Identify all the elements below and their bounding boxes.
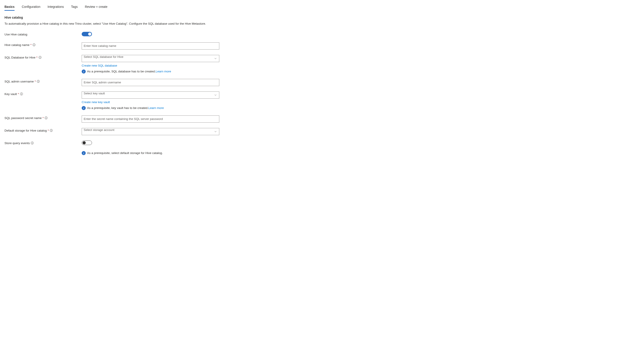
svg-rect-2 xyxy=(34,45,34,46)
svg-rect-17 xyxy=(51,130,52,131)
toggle-store-query-events[interactable] xyxy=(82,140,92,145)
required-asterisk: * xyxy=(36,56,37,59)
info-icon[interactable] xyxy=(32,43,36,46)
info-icon[interactable] xyxy=(38,56,42,59)
label-store-query-events: Store query events xyxy=(4,140,82,145)
required-asterisk: * xyxy=(42,116,44,120)
label-text: SQL admin username xyxy=(4,80,34,83)
row-use-hive-catalog: Use Hive catalog xyxy=(4,32,640,37)
svg-point-10 xyxy=(21,93,22,94)
select-default-storage[interactable]: Select storage account xyxy=(82,128,219,135)
row-default-storage: Default storage for Hive catalog * Selec… xyxy=(4,128,640,135)
row-hive-catalog-name: Hive catalog name * xyxy=(4,42,640,50)
label-sql-admin-username: SQL admin username * xyxy=(4,79,82,83)
label-key-vault: Key vault * xyxy=(4,91,82,96)
link-create-sql-database[interactable]: Create new SQL database xyxy=(82,64,117,67)
info-text: As a prerequisite, SQL database has to b… xyxy=(87,70,156,73)
label-text: Key vault xyxy=(4,92,17,96)
label-text: Use Hive catalog xyxy=(4,33,27,36)
input-sql-admin-username[interactable] xyxy=(82,79,219,86)
required-asterisk: * xyxy=(35,80,36,83)
tab-configuration[interactable]: Configuration xyxy=(22,4,40,11)
label-hive-catalog-name: Hive catalog name * xyxy=(4,42,82,47)
info-text: As a prerequisite, key vault has to be c… xyxy=(87,106,148,110)
info-icon[interactable] xyxy=(44,116,48,119)
required-asterisk: * xyxy=(48,129,49,132)
info-icon[interactable] xyxy=(50,129,53,132)
svg-rect-14 xyxy=(46,118,46,119)
info-badge-icon: i xyxy=(82,70,86,74)
label-text: SQL Database for Hive xyxy=(4,56,35,59)
label-text: Hive catalog name xyxy=(4,43,30,47)
field-default-storage: Select storage account xyxy=(82,128,219,135)
link-learn-more-sql[interactable]: Learn more xyxy=(156,70,171,73)
info-icon[interactable] xyxy=(37,80,40,83)
info-icon[interactable] xyxy=(31,141,34,145)
info-badge-icon: i xyxy=(82,106,86,110)
field-key-vault: Select key vault Create new key vault i … xyxy=(82,91,219,110)
section-description: To automatically provision a Hive catalo… xyxy=(4,22,219,26)
link-learn-more-keyvault[interactable]: Learn more xyxy=(148,106,164,110)
required-asterisk: * xyxy=(30,43,32,47)
field-store-query-events: i As a prerequisite, select default stor… xyxy=(82,140,219,155)
svg-point-7 xyxy=(38,81,38,81)
svg-point-4 xyxy=(40,57,40,57)
field-sql-admin-username xyxy=(82,79,219,86)
label-default-storage: Default storage for Hive catalog * xyxy=(4,128,82,132)
info-text: As a prerequisite, select default storag… xyxy=(87,151,163,155)
field-hive-catalog-name xyxy=(82,42,219,50)
label-text: SQL password secret name xyxy=(4,116,42,120)
row-key-vault: Key vault * Select key vault Create new … xyxy=(4,91,640,110)
row-sql-password-secret: SQL password secret name * xyxy=(4,115,640,123)
svg-point-1 xyxy=(34,44,34,45)
field-sql-password-secret xyxy=(82,115,219,123)
label-sql-database-for-hive: SQL Database for Hive * xyxy=(4,55,82,59)
svg-rect-20 xyxy=(32,143,32,144)
required-asterisk: * xyxy=(18,92,19,96)
tabs-bar: Basics Configuration Integrations Tags R… xyxy=(4,4,640,11)
label-text: Store query events xyxy=(4,141,30,145)
toggle-knob xyxy=(88,33,91,36)
toggle-use-hive-catalog[interactable] xyxy=(82,32,92,36)
label-text: Default storage for Hive catalog xyxy=(4,129,47,132)
input-sql-password-secret[interactable] xyxy=(82,115,219,123)
select-sql-database-for-hive[interactable]: Select SQL database for Hive xyxy=(82,55,219,62)
info-icon[interactable] xyxy=(20,92,23,95)
svg-point-16 xyxy=(51,130,52,130)
tab-review-create[interactable]: Review + create xyxy=(85,4,108,11)
info-line-key-vault: i As a prerequisite, key vault has to be… xyxy=(82,106,219,110)
svg-rect-11 xyxy=(21,94,22,95)
info-line-store-query: i As a prerequisite, select default stor… xyxy=(82,151,219,155)
svg-point-13 xyxy=(46,117,46,118)
info-line-sql-db: i As a prerequisite, SQL database has to… xyxy=(82,70,219,74)
label-sql-password-secret: SQL password secret name * xyxy=(4,115,82,120)
section-title: Hive catalog xyxy=(4,16,640,19)
svg-point-19 xyxy=(32,142,33,143)
row-store-query-events: Store query events i As a prerequisite, … xyxy=(4,140,640,155)
info-badge-icon: i xyxy=(82,151,86,155)
row-sql-admin-username: SQL admin username * xyxy=(4,79,640,86)
input-hive-catalog-name[interactable] xyxy=(82,42,219,50)
field-sql-database-for-hive: Select SQL database for Hive Create new … xyxy=(82,55,219,74)
svg-rect-8 xyxy=(38,81,38,82)
toggle-knob xyxy=(82,141,86,144)
tab-basics[interactable]: Basics xyxy=(4,4,14,11)
svg-rect-5 xyxy=(40,57,40,58)
label-use-hive-catalog: Use Hive catalog xyxy=(4,32,82,36)
row-sql-database-for-hive: SQL Database for Hive * Select SQL datab… xyxy=(4,55,640,74)
tab-tags[interactable]: Tags xyxy=(71,4,78,11)
tab-integrations[interactable]: Integrations xyxy=(48,4,64,11)
select-key-vault[interactable]: Select key vault xyxy=(82,91,219,99)
link-create-key-vault[interactable]: Create new key vault xyxy=(82,100,110,104)
field-use-hive-catalog xyxy=(82,32,219,37)
